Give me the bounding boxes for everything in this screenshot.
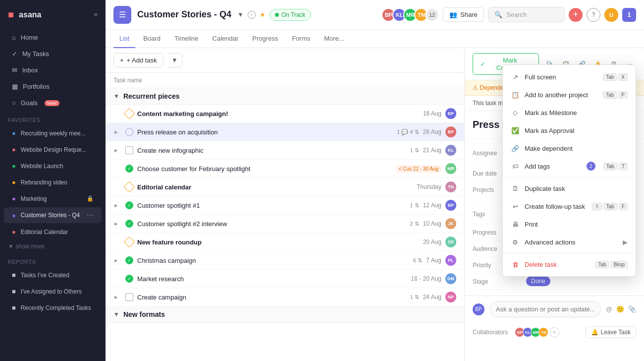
sidebar-item-inbox[interactable]: ✉ Inbox	[4, 62, 102, 78]
task-date: 7 Aug	[426, 257, 441, 264]
at-mention-icon[interactable]: @	[606, 305, 612, 313]
table-row[interactable]: ► Press release on acquisition 1 💬 4 ⇅ 2…	[106, 123, 464, 141]
menu-item-add-tags[interactable]: 🏷 Add tags 2 TabT	[503, 157, 636, 175]
notification-badge[interactable]: 1	[622, 8, 636, 22]
task-name-label: Create new infographic	[137, 147, 406, 154]
info-icon[interactable]: i	[248, 11, 256, 19]
leave-task-button[interactable]: 🔔 Leave Task	[586, 326, 637, 338]
menu-item-duplicate[interactable]: 🗓 Duplicate task	[503, 180, 636, 197]
add-task-dropdown[interactable]: ▼	[167, 53, 182, 67]
shortcut-fullscreen: TabX	[603, 73, 628, 81]
sidebar-item-editorial[interactable]: ● Editorial Calendar	[4, 224, 102, 240]
task-checkbox[interactable]	[125, 293, 133, 301]
task-checkbox[interactable]	[124, 237, 135, 248]
task-meta: 1 💬 4 ⇅	[397, 129, 419, 135]
menu-item-print[interactable]: 🖶 Print	[503, 215, 636, 233]
app-name: asana	[19, 10, 41, 19]
table-row[interactable]: ► ✓ Customer spotlight #2 interview 2 ⇅ …	[106, 215, 464, 233]
expand-icon[interactable]: ►	[113, 202, 121, 208]
avatar-count: 12	[425, 8, 439, 22]
table-row[interactable]: Content marketing campaign! 18 Aug BP	[106, 105, 464, 123]
avatar: BP	[445, 200, 456, 211]
sidebar-toggle[interactable]: ≡	[94, 11, 98, 18]
inbox-icon: ✉	[12, 66, 17, 74]
tab-forms[interactable]: Forms	[286, 30, 316, 48]
menu-item-follow-up[interactable]: ↩ Create follow-up task ⇧TabF	[503, 197, 636, 215]
advanced-icon: ⚙	[511, 238, 520, 246]
task-checkbox[interactable]: ✓	[125, 201, 133, 209]
sidebar-item-customer-stories[interactable]: ● Customer Stories - Q4 ⋯	[4, 207, 102, 223]
expand-icon[interactable]: ►	[113, 147, 121, 153]
share-button[interactable]: 👥 Share	[443, 7, 484, 22]
star-icon[interactable]: ★	[260, 11, 266, 18]
tab-calendar[interactable]: Calendar	[207, 30, 245, 48]
menu-item-approval[interactable]: ✅ Mark as Approval	[503, 121, 636, 139]
task-checkbox[interactable]: ✓	[125, 256, 133, 264]
tab-progress[interactable]: Progress	[246, 30, 284, 48]
sidebar-item-tasks-assigned[interactable]: ■ I've Assigned to Others	[4, 284, 102, 299]
menu-item-dependent[interactable]: 🔗 Make dependent	[503, 139, 636, 157]
sidebar-item-recruiting[interactable]: ● Recruiting weekly mee...	[4, 125, 102, 141]
expand-icon[interactable]: ►	[113, 129, 121, 135]
menu-item-advanced[interactable]: ⚙ Advanced actions ▶	[503, 233, 636, 251]
task-name-label: Christmas campaign	[137, 257, 409, 264]
column-header: Task name	[106, 73, 464, 88]
user-avatar[interactable]: U	[604, 8, 618, 22]
sidebar-item-recently-completed[interactable]: ■ Recently Completed Tasks	[4, 300, 102, 315]
task-checkbox[interactable]	[124, 108, 135, 120]
add-task-button[interactable]: + + Add task	[113, 53, 163, 67]
project-icon[interactable]: ☰	[113, 6, 131, 24]
table-row[interactable]: New feature roundup 20 Aug SR	[106, 233, 464, 251]
task-checkbox[interactable]: ✓	[125, 275, 133, 283]
sidebar-item-website-launch[interactable]: ● Website Launch	[4, 158, 102, 174]
sidebar-item-tasks-created[interactable]: ■ Tasks I've Created	[4, 267, 102, 283]
table-row[interactable]: ✓ Choose customer for February spotlight…	[106, 160, 464, 178]
table-row[interactable]: ► ✓ Christmas campaign 6 ⇅ 7 Aug PL	[106, 251, 464, 270]
expand-icon[interactable]: ►	[113, 221, 121, 227]
table-row[interactable]: ✓ Market research 16 - 20 Aug DM	[106, 270, 464, 288]
tab-timeline[interactable]: Timeline	[168, 30, 205, 48]
link-icon: 🔗	[511, 144, 520, 153]
status-label: On Track	[281, 11, 306, 18]
status-badge[interactable]: On Track	[269, 9, 311, 21]
table-row[interactable]: ► Create campaign 1 ⇅ 24 Aug NP	[106, 288, 464, 306]
menu-item-add-project[interactable]: 📋 Add to another project TabP	[503, 86, 636, 104]
attachment-comment-icon[interactable]: 📎	[628, 305, 636, 313]
search-box[interactable]: 🔍 Search	[488, 7, 565, 22]
task-checkbox[interactable]: ✓	[125, 165, 133, 173]
help-button[interactable]: ?	[587, 8, 600, 22]
table-row[interactable]: ► ✓ Customer spotlight #1 1 ⇅ 12 Aug BP	[106, 196, 464, 215]
show-more-favorites[interactable]: ▼ show more	[0, 240, 106, 253]
task-checkbox[interactable]	[124, 181, 135, 193]
tab-more[interactable]: More...	[318, 30, 350, 48]
section-new-formats[interactable]: ▼ New formats	[106, 306, 464, 323]
menu-item-delete[interactable]: 🗑 Delete task TabBksp	[503, 255, 636, 273]
sidebar-item-goals[interactable]: ○ Goals New!	[4, 95, 102, 111]
comment-input[interactable]	[489, 301, 601, 317]
menu-item-fullscreen[interactable]: ↗ Full screen TabX	[503, 68, 636, 86]
add-button[interactable]: +	[569, 8, 583, 22]
sidebar-item-home[interactable]: ⌂ Home	[4, 30, 102, 45]
sidebar-item-my-tasks[interactable]: ✓ My Tasks	[4, 46, 102, 61]
sidebar-item-marketing[interactable]: ● Marketing 🔒	[4, 191, 102, 206]
sidebar-item-rebranding[interactable]: ● Rebranding video	[4, 175, 102, 190]
expand-icon[interactable]: ►	[113, 257, 121, 263]
table-row[interactable]: ► Create new infographic 1 ⇅ 21 Aug KL	[106, 141, 464, 160]
task-checkbox[interactable]	[125, 146, 133, 154]
tab-list[interactable]: List	[113, 30, 135, 48]
more-options-icon[interactable]: ⋯	[87, 211, 94, 219]
task-checkbox[interactable]: ✓	[125, 220, 133, 228]
title-chevron-icon[interactable]: ▼	[237, 11, 244, 18]
task-checkbox[interactable]	[125, 128, 133, 136]
stage-value[interactable]: Done	[526, 277, 636, 285]
menu-item-milestone[interactable]: ◇ Mark as Milestone	[503, 104, 636, 121]
sidebar-item-website-design[interactable]: ● Website Design Reque...	[4, 142, 102, 157]
table-row[interactable]: Editorial calendar Thursday TN	[106, 178, 464, 196]
tag-icon: 🏷	[511, 162, 520, 171]
add-collaborator-button[interactable]: +	[549, 327, 559, 337]
section-recurrent[interactable]: ▼ Recurrent pieces	[106, 88, 464, 105]
sidebar-item-portfolios[interactable]: ▦ Portfolios	[4, 79, 102, 94]
tab-board[interactable]: Board	[137, 30, 166, 48]
emoji-icon[interactable]: 🙂	[616, 305, 624, 313]
expand-icon[interactable]: ►	[113, 294, 121, 300]
